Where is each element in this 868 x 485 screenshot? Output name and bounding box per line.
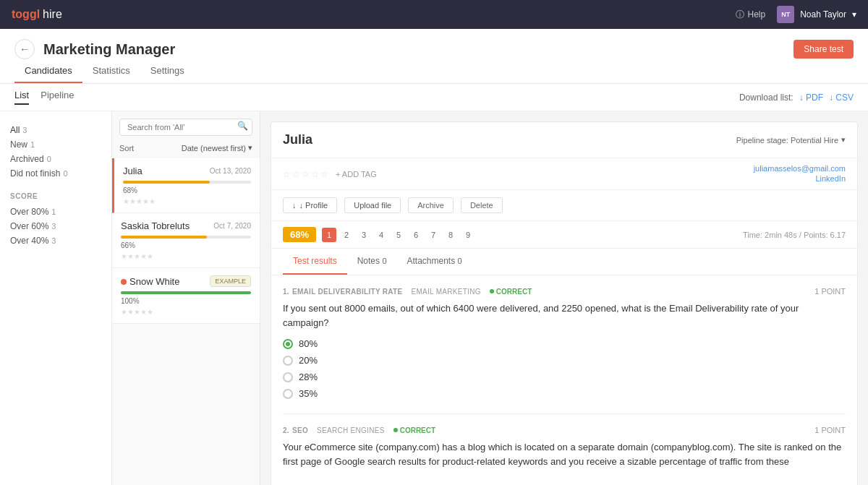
tab-candidates[interactable]: Candidates (14, 59, 82, 83)
filter-archived[interactable]: Archived0 (10, 152, 101, 166)
page-num-8[interactable]: 8 (443, 228, 458, 242)
candidate-stars-saskia: ★★★★★ (121, 252, 251, 260)
question-1-num: 1. (283, 288, 289, 296)
view-tab-pipeline[interactable]: Pipeline (41, 90, 74, 105)
sort-value-text: Date (newest first) (182, 144, 246, 153)
linkedin-link[interactable]: LinkedIn (815, 174, 846, 183)
left-sidebar: All3 New1 Archived0 Did not finish0 SCOR… (0, 111, 112, 485)
candidate-card-saskia[interactable]: Saskia Tobreluts Oct 7, 2020 66% ★★★★★ (112, 213, 260, 268)
correct-label-2: CORRECT (400, 426, 435, 434)
sort-chevron-icon: ▾ (248, 143, 252, 153)
candidate-score-bar-saskia (121, 236, 251, 239)
profile-button[interactable]: ↓ ↓ Profile (283, 197, 337, 213)
chevron-down-icon: ▾ (852, 9, 856, 20)
correct-dot-icon-2 (393, 428, 398, 432)
main-layout: All3 New1 Archived0 Did not finish0 SCOR… (0, 111, 868, 485)
red-dot-icon (121, 279, 127, 285)
test-results-section: 1. EMAIL DELIVERABILITY RATE EMAIL MARKE… (271, 275, 857, 485)
back-button[interactable]: ← (14, 39, 35, 59)
question-2-category: SEARCH ENGINES (317, 426, 385, 434)
detail-header: Julia Pipeline stage: Potential Hire ▾ (271, 122, 857, 158)
star-rating[interactable]: ☆☆☆☆☆ (283, 169, 328, 179)
candidate-score-bar-snow-white (121, 291, 251, 294)
search-bar: 🔍 (112, 111, 260, 140)
filter-all-count: 3 (22, 126, 27, 134)
user-name: Noah Taylor (800, 9, 846, 20)
filter-new[interactable]: New1 (10, 137, 101, 152)
pipeline-chevron-icon: ▾ (841, 135, 846, 145)
page-num-9[interactable]: 9 (461, 228, 475, 242)
logo-hire: hire (43, 8, 62, 21)
filter-over-40[interactable]: Over 40%3 (10, 233, 101, 248)
view-tabs: List Pipeline (14, 90, 75, 105)
page-tabs: Candidates Statistics Settings (14, 59, 854, 83)
answer-28-label: 28% (299, 372, 318, 382)
candidate-date-saskia: Oct 7, 2020 (213, 222, 251, 230)
add-tag-button[interactable]: + ADD TAG (336, 170, 377, 179)
example-badge: EXAMPLE (210, 275, 251, 287)
sort-label: Sort (119, 144, 134, 153)
main-content: Julia Pipeline stage: Potential Hire ▾ ☆… (260, 111, 868, 485)
filter-did-not-finish[interactable]: Did not finish0 (10, 166, 101, 181)
answer-80-label: 80% (299, 338, 318, 349)
candidate-card-julia[interactable]: Julia Oct 13, 2020 68% ★★★★★ (112, 158, 260, 213)
filter-over-80[interactable]: Over 80%1 (10, 205, 101, 219)
view-tab-list[interactable]: List (14, 90, 29, 105)
email-link[interactable]: juliamasselos@gmail.com (754, 164, 846, 173)
help-button[interactable]: ⓘ Help (736, 9, 765, 21)
question-1-text: If you sent out 8000 emails, out of whic… (283, 301, 846, 330)
avatar: NT (777, 6, 794, 23)
correct-dot-icon (490, 289, 494, 293)
question-divider (283, 413, 846, 414)
page-num-6[interactable]: 6 (409, 228, 423, 242)
pdf-download-button[interactable]: ↓ PDF (799, 93, 823, 103)
detail-tabs: Test results Notes 0 Attachments 0 (271, 249, 857, 275)
view-controls: List Pipeline Download list: ↓ PDF ↓ CSV (0, 84, 868, 111)
question-1-category: EMAIL MARKETING (411, 288, 480, 296)
pipeline-stage-label: Pipeline stage: Potential Hire (736, 136, 838, 145)
archive-button[interactable]: Archive (408, 197, 454, 213)
delete-button[interactable]: Delete (461, 197, 503, 213)
detail-tab-notes[interactable]: Notes 0 (347, 249, 397, 275)
page-num-4[interactable]: 4 (374, 228, 388, 242)
topnav-right: ⓘ Help NT Noah Taylor ▾ (736, 6, 856, 23)
answer-option-28: 28% (283, 372, 846, 382)
search-input[interactable] (119, 119, 252, 136)
question-2-text: Your eCommerce site (company.com) has a … (283, 440, 846, 468)
page-num-5[interactable]: 5 (391, 228, 406, 242)
filter-over-80-label: Over 80% (10, 207, 48, 217)
candidate-score-fill-julia (123, 181, 210, 184)
candidate-card-snow-white[interactable]: Snow White EXAMPLE 100% ★★★★★ (112, 268, 260, 324)
points-1: 1 POINT (814, 287, 846, 296)
user-menu[interactable]: NT Noah Taylor ▾ (777, 6, 856, 23)
candidate-score-bar-julia (123, 181, 251, 184)
tab-statistics[interactable]: Statistics (82, 59, 140, 83)
score-row: 68% 1 2 3 4 5 6 7 8 9 Time: 2min 48s / P… (271, 221, 857, 249)
filter-over-60[interactable]: Over 60%3 (10, 219, 101, 233)
detail-tab-test-results[interactable]: Test results (283, 249, 347, 275)
candidate-stars-julia: ★★★★★ (123, 197, 251, 205)
page-num-2[interactable]: 2 (339, 228, 354, 242)
search-icon[interactable]: 🔍 (237, 121, 248, 131)
csv-download-button[interactable]: ↓ CSV (829, 93, 854, 103)
candidate-date-julia: Oct 13, 2020 (210, 167, 251, 175)
pipeline-stage-dropdown[interactable]: Pipeline stage: Potential Hire ▾ (736, 135, 846, 145)
tab-settings[interactable]: Settings (140, 59, 195, 83)
status-filters: All3 New1 Archived0 Did not finish0 (10, 123, 101, 181)
radio-selected-icon (283, 339, 293, 349)
logo: toggl hire (12, 8, 62, 21)
sort-dropdown[interactable]: Date (newest first) ▾ (182, 143, 252, 153)
answer-option-35: 35% (283, 388, 846, 399)
share-test-button[interactable]: Share test (793, 40, 854, 59)
upload-file-button[interactable]: Upload file (344, 197, 401, 213)
correct-badge-2: CORRECT (393, 426, 435, 434)
candidate-detail: Julia Pipeline stage: Potential Hire ▾ ☆… (271, 121, 858, 485)
page-num-1[interactable]: 1 (322, 228, 336, 242)
detail-tab-attachments[interactable]: Attachments 0 (397, 249, 472, 275)
candidate-score-text-snow-white: 100% (121, 297, 251, 305)
page-num-7[interactable]: 7 (426, 228, 441, 242)
filter-archived-count: 0 (47, 155, 51, 163)
page-num-3[interactable]: 3 (357, 228, 371, 242)
filter-all[interactable]: All3 (10, 123, 101, 137)
page-header: ← Marketing Manager Share test Candidate… (0, 29, 868, 84)
